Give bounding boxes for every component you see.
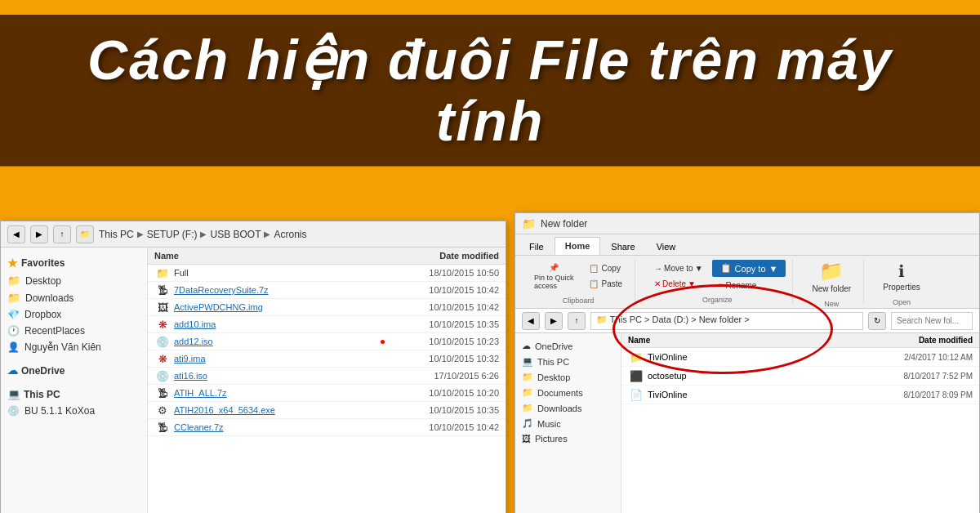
up-button[interactable]: ↑ <box>53 225 71 243</box>
sidebar-right-thispc[interactable]: 💻 This PC <box>515 354 621 369</box>
search-input[interactable] <box>891 312 973 330</box>
file-item-right[interactable]: 📁 TiviOnline 2/4/2017 10:12 AM <box>621 348 979 367</box>
pin-button[interactable]: 📌 Pin to Quickaccess <box>528 260 580 293</box>
file-name: 7DataRecoverySuite.7z <box>174 285 385 295</box>
forward-button[interactable]: ▶ <box>30 225 48 243</box>
file-item[interactable]: 🗜 CCleaner.7z 10/10/2015 10:42 <box>148 419 506 436</box>
file-date: 18/10/2015 10:50 <box>385 268 499 278</box>
paste-icon: 📋 <box>589 279 599 288</box>
moveto-label: Move to <box>664 264 693 273</box>
moveto-button[interactable]: → Move to ▼ <box>648 261 708 275</box>
sidebar-item-dropbox[interactable]: 💎 Dropbox <box>1 306 147 323</box>
left-address-bar: ◀ ▶ ↑ 📁 This PC ▶ SETUP (F:) ▶ USB BOOT … <box>1 221 506 248</box>
address-field[interactable]: 📁 This PC > Data (D:) > New folder > <box>590 312 863 330</box>
sidebar-item-recentplaces[interactable]: 🕐 RecentPlaces <box>1 323 147 339</box>
file-name: ActivePWDCHNG.img <box>174 302 385 312</box>
back-button[interactable]: ◀ <box>7 225 25 243</box>
file-item[interactable]: ❋ ati9.ima 10/10/2015 10:32 <box>148 350 506 368</box>
exe-icon: ⬛ <box>628 369 644 382</box>
ima-icon: ❋ <box>154 352 171 365</box>
rename-button[interactable]: ✏ Rename <box>712 279 786 292</box>
paste-button[interactable]: 📋 Paste <box>583 277 629 291</box>
sidebar-right-onedrive[interactable]: ☁ OneDrive <box>515 338 621 354</box>
file-item[interactable]: 📁 Full 18/10/2015 10:50 <box>148 265 506 282</box>
iso-icon: 💿 <box>154 335 171 348</box>
file-name: ati9.ima <box>174 354 385 364</box>
sidebar-label-user: Nguyễn Văn Kiên <box>24 341 101 353</box>
exe-icon: ⚙ <box>154 404 171 417</box>
breadcrumb-thispc[interactable]: This PC <box>99 229 134 240</box>
sidebar-item-desktop[interactable]: 📁 Desktop <box>1 272 147 289</box>
pin-icon: 📌 <box>549 263 559 272</box>
file-name: CCleaner.7z <box>174 422 385 432</box>
file-item[interactable]: 🗜 7DataRecoverySuite.7z 10/10/2015 10:42 <box>148 282 506 299</box>
sidebar-right-pictures[interactable]: 🖼 Pictures <box>515 431 621 446</box>
sidebar-right-documents[interactable]: 📁 Documents <box>515 385 621 400</box>
refresh-button[interactable]: ↻ <box>868 312 886 330</box>
tab-view[interactable]: View <box>646 238 687 255</box>
ribbon-content: 📌 Pin to Quickaccess 📋 Copy 📋 Paste <box>515 256 979 308</box>
new-folder-icon: 📁 <box>819 260 844 283</box>
right-file-header: Name Date modified <box>621 333 979 348</box>
properties-label: Properties <box>883 283 920 292</box>
sidebar-label-dropbox: Dropbox <box>24 309 61 320</box>
file-item[interactable]: ⚙ ATIH2016_x64_5634.exe 10/10/2015 10:35 <box>148 402 506 419</box>
sidebar-item-bu[interactable]: 💿 BU 5.1.1 KoXoa <box>1 403 147 419</box>
pictures-icon: 🖼 <box>522 434 531 444</box>
sidebar-right-downloads[interactable]: 📁 Downloads <box>515 400 621 416</box>
moveto-arrow: ▼ <box>695 264 703 273</box>
folder-icon: 📁 <box>154 266 171 279</box>
copy-button[interactable]: 📋 Copy <box>583 261 629 275</box>
copy-label: Copy <box>602 264 621 273</box>
file-date: 10/10/2015 10:42 <box>385 285 499 295</box>
tab-home[interactable]: Home <box>555 237 601 255</box>
tab-share[interactable]: Share <box>600 238 645 255</box>
folder-icon: 📁 <box>7 292 20 304</box>
file-item[interactable]: 💿 ati16.iso 17/10/2015 6:26 <box>148 368 506 385</box>
cloud-icon: ☁ <box>522 341 531 351</box>
new-folder-button[interactable]: 📁 New folder <box>806 256 857 297</box>
breadcrumb-usbboot[interactable]: USB BOOT <box>210 229 261 240</box>
back-button-right[interactable]: ◀ <box>522 312 540 330</box>
breadcrumb-acronis[interactable]: Acronis <box>274 229 306 240</box>
sidebar-right-desktop[interactable]: 📁 Desktop <box>515 369 621 385</box>
sidebar-right-music[interactable]: 🎵 Music <box>515 416 621 431</box>
cloud-icon: ☁ <box>7 364 18 377</box>
sidebar-item-downloads[interactable]: 📁 Downloads <box>1 289 147 306</box>
forward-button-right[interactable]: ▶ <box>545 312 563 330</box>
delete-label: Delete <box>662 279 686 288</box>
ribbon-tabs: File Home Share View <box>515 234 979 256</box>
file-name: ATIH2016_x64_5634.exe <box>174 405 385 415</box>
file-item-right[interactable]: ⬛ octosetup 8/10/2017 7:52 PM <box>621 367 979 386</box>
open-group: ℹ Properties Open <box>871 259 933 305</box>
file-item[interactable]: 🖼 ActivePWDCHNG.img 10/10/2015 10:42 <box>148 299 506 316</box>
breadcrumb-setup[interactable]: SETUP (F:) <box>147 229 198 240</box>
delete-button[interactable]: ✕ Delete ▼ <box>648 277 708 291</box>
tab-file[interactable]: File <box>519 238 555 255</box>
copyto-button[interactable]: 📋 Copy to ▼ <box>712 260 786 277</box>
file-name: TiviOnline <box>648 390 858 399</box>
img-icon: 🖼 <box>154 301 171 314</box>
file-date: 10/10/2015 10:23 <box>385 337 499 346</box>
pc-icon: 💻 <box>522 356 533 367</box>
star-icon: ★ <box>7 256 18 270</box>
documents-label: Documents <box>537 388 583 398</box>
left-sidebar: ★ Favorites 📁 Desktop 📁 Downloads 💎 Drop… <box>1 248 148 513</box>
left-explorer: ◀ ▶ ↑ 📁 This PC ▶ SETUP (F:) ▶ USB BOOT … <box>0 221 506 513</box>
desktop-label: Desktop <box>537 372 570 382</box>
properties-button[interactable]: ℹ Properties <box>877 258 926 295</box>
new-folder-label: New folder <box>812 284 851 293</box>
user-icon: 👤 <box>7 341 20 353</box>
right-sidebar: ☁ OneDrive 💻 This PC 📁 Desktop 📁 Documen… <box>515 333 621 513</box>
folder-icon: 📁 <box>7 274 20 287</box>
folder-icon-btn: 📁 <box>76 225 94 243</box>
file-item[interactable]: ❋ add10.ima 10/10/2015 10:35 <box>148 316 506 333</box>
file-item[interactable]: 💿 add12.iso 10/10/2015 10:23 <box>148 333 506 350</box>
sidebar-item-user[interactable]: 👤 Nguyễn Văn Kiên <box>1 339 147 355</box>
thispc-header: 💻 This PC <box>1 386 147 403</box>
file-item[interactable]: 🗜 ATIH_ALL.7z 10/10/2015 10:20 <box>148 385 506 402</box>
up-button-right[interactable]: ↑ <box>568 312 586 330</box>
file-item-right[interactable]: 📄 TiviOnline 8/10/2017 8:09 PM <box>621 386 979 404</box>
iso-icon: 💿 <box>154 369 171 382</box>
file-name: ati16.iso <box>174 371 385 381</box>
